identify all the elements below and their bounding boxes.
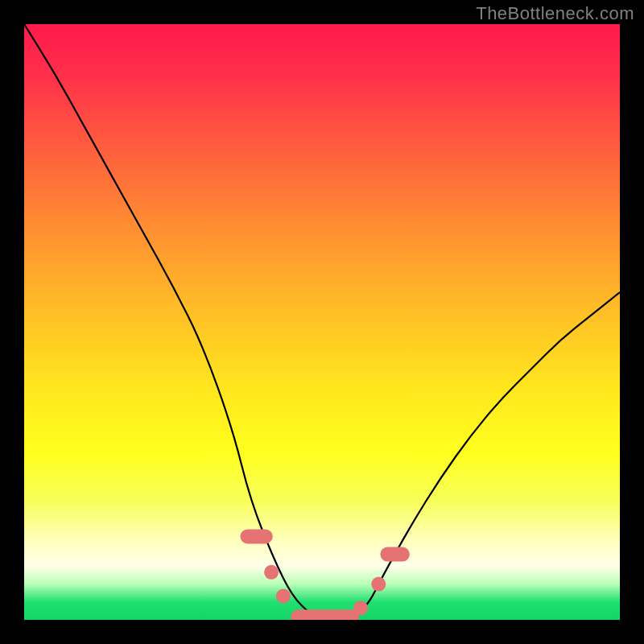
chart-frame: TheBottleneck.com bbox=[0, 0, 644, 644]
curve-marker-pill bbox=[241, 529, 273, 543]
plot-area bbox=[24, 24, 620, 620]
curve-marker-pill bbox=[291, 609, 359, 620]
bottleneck-curve bbox=[24, 24, 620, 620]
curve-marker bbox=[264, 565, 279, 580]
curve-marker bbox=[371, 577, 386, 592]
curve-svg bbox=[24, 24, 620, 620]
watermark-text: TheBottleneck.com bbox=[476, 3, 634, 24]
curve-marker bbox=[276, 588, 291, 603]
curve-marker-pill bbox=[380, 547, 410, 562]
curve-marker bbox=[353, 601, 368, 615]
